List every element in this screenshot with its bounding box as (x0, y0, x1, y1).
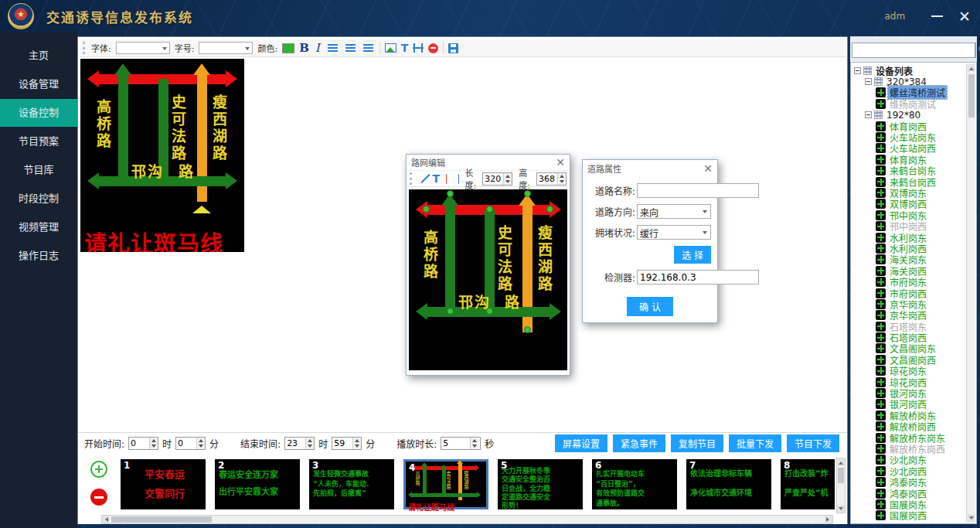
action-button[interactable]: 批量下发 (729, 434, 781, 452)
sidebar-item[interactable]: 节目预案 (0, 128, 77, 155)
scrollbar-thumb[interactable] (111, 516, 212, 523)
tree-expander-icon[interactable] (854, 67, 861, 74)
tree-row[interactable]: 维扬岗测试 (852, 98, 967, 109)
tree-row[interactable]: 国展岗西 (852, 510, 967, 521)
congestion-select[interactable]: 缓行 (637, 225, 711, 240)
sidebar-item[interactable]: 时段控制 (0, 185, 77, 213)
node-handle[interactable] (546, 206, 553, 213)
close-icon[interactable]: ✕ (703, 163, 713, 174)
action-button[interactable]: 紧急事件 (613, 434, 665, 452)
road-label-bottom2: 路 (505, 291, 521, 312)
color-swatch[interactable] (282, 43, 294, 53)
insert-image-icon[interactable] (385, 43, 396, 53)
road-direction-select[interactable]: 来向 (637, 204, 711, 219)
spinner-arrows[interactable] (557, 173, 566, 185)
node-handle[interactable] (447, 308, 454, 315)
program-thumbnail-4-selected[interactable]: 4 高桥路 史可法路 瘦西湖路 请礼让斑马线 (403, 459, 488, 509)
insert-text-icon[interactable]: T (401, 42, 409, 54)
save-icon[interactable] (448, 43, 458, 53)
start-hour-input[interactable] (128, 437, 158, 450)
node-handle[interactable] (447, 190, 454, 197)
add-program-button[interactable] (90, 461, 107, 478)
search-button[interactable] (975, 43, 976, 58)
align-right-icon[interactable] (363, 44, 373, 46)
program-thumbnail-7[interactable]: 7 依法治理非标车辆 净化城市交通环境 (686, 459, 771, 509)
traffic-device-icon (876, 343, 886, 353)
program-thumbnail-1[interactable]: 1 平安春运 交警同行 (121, 459, 206, 509)
sign-preview-canvas[interactable]: 高桥路 史可法路 瘦西湖路 邗沟 路 请礼让斑马线 (80, 59, 244, 252)
scroll-up-icon[interactable] (968, 64, 975, 72)
detector-input[interactable] (637, 270, 759, 284)
font-family-select[interactable] (116, 42, 170, 54)
thumbnails-horizontal-scrollbar[interactable] (101, 515, 833, 524)
spinner-arrows[interactable] (470, 438, 478, 449)
sidebar-item[interactable]: 操作日志 (0, 242, 77, 270)
action-button[interactable]: 节目下发 (787, 434, 839, 452)
node-handle[interactable] (524, 190, 531, 197)
program-thumbnail-5[interactable]: 5 大力开展秋冬季 交通安全整治百 日会战，全力稳 定道路交通安全 形势！ (498, 459, 583, 509)
program-thumbnail-8[interactable]: 8 打击改装“炸 严查严处“机 (781, 459, 835, 509)
minimize-icon[interactable] (931, 15, 943, 17)
scrollbar-thumb[interactable] (838, 468, 844, 483)
program-thumbnail-6[interactable]: 6 扎实开展电动车 “百日整治”， 有效预防道路交 通事故。 (592, 459, 677, 509)
scroll-left-icon[interactable] (102, 516, 110, 523)
program-thumbnail-2[interactable]: 2 春运安全连万家 出行平安靠大家 (215, 459, 300, 509)
sidebar-item[interactable]: 视频管理 (0, 213, 77, 241)
delete-icon[interactable] (428, 43, 438, 53)
scroll-up-icon[interactable] (837, 458, 845, 466)
chevron-down-icon (162, 47, 167, 53)
spinner-arrows[interactable] (149, 438, 158, 449)
sidebar-item[interactable]: 主页 (0, 42, 77, 70)
align-center-icon[interactable] (345, 44, 356, 46)
node-handle[interactable] (524, 326, 531, 333)
node-handle[interactable] (423, 206, 430, 213)
sidebar-item[interactable]: 节目库 (0, 156, 77, 184)
tree-expander-icon[interactable] (865, 111, 872, 118)
end-minute-input[interactable] (332, 437, 362, 450)
scroll-right-icon[interactable] (825, 516, 832, 523)
node-handle[interactable] (486, 308, 493, 315)
scrollbar-thumb[interactable] (968, 74, 975, 118)
program-thumbnail-3[interactable]: 3 发生轻微交通事故 “人未伤，车能动. 先拍照，后撤离” (309, 459, 394, 509)
italic-button[interactable]: I (314, 41, 322, 55)
sidebar-item[interactable]: 设备控制 (0, 99, 77, 127)
sidebar-item[interactable]: 设备管理 (0, 70, 77, 98)
toolbar-grip[interactable] (410, 172, 412, 185)
minute-unit: 分 (366, 437, 375, 450)
node-handle[interactable] (486, 206, 493, 213)
scroll-down-icon[interactable] (968, 514, 975, 522)
confirm-button[interactable]: 确 认 (627, 297, 673, 316)
start-minute-input[interactable] (175, 437, 206, 450)
spinner-arrows[interactable] (305, 438, 314, 449)
height-input[interactable] (536, 172, 567, 186)
text-tool-icon[interactable]: T (433, 172, 441, 185)
thumbnails-vertical-scrollbar[interactable] (836, 458, 846, 513)
toolbar-grip[interactable] (83, 42, 85, 54)
road-network-icon[interactable] (413, 43, 424, 53)
close-icon[interactable]: ✕ (958, 9, 971, 24)
spinner-arrows[interactable] (503, 173, 512, 185)
spinner-arrows[interactable] (352, 438, 361, 449)
tree-row[interactable]: 设备列表 (852, 65, 967, 76)
tree-expander-icon[interactable] (865, 78, 872, 85)
spinner-arrows[interactable] (196, 438, 205, 449)
road-name-input[interactable] (637, 183, 759, 198)
tree-vertical-scrollbar[interactable] (966, 63, 975, 523)
font-size-select[interactable] (199, 42, 253, 54)
action-button[interactable]: 复制节目 (671, 434, 723, 452)
action-button[interactable]: 屏幕设置 (555, 434, 607, 452)
scroll-down-icon[interactable] (837, 505, 845, 513)
bold-button[interactable]: B (299, 41, 309, 55)
close-icon[interactable]: ✕ (556, 157, 565, 168)
traffic-device-icon (876, 132, 886, 142)
end-hour-input[interactable] (284, 437, 315, 450)
select-detector-button[interactable]: 选 择 (674, 246, 711, 264)
align-left-icon[interactable] (328, 44, 338, 46)
length-input[interactable] (482, 172, 512, 186)
traffic-device-icon (876, 477, 886, 487)
remove-program-button[interactable] (90, 489, 107, 506)
editor-canvas[interactable]: 高桥路 史可法路 瘦西湖路 邗沟 路 (409, 189, 567, 370)
road-name-label: 道路名称: (589, 184, 635, 197)
search-input[interactable] (852, 43, 975, 58)
duration-input[interactable] (441, 437, 481, 450)
